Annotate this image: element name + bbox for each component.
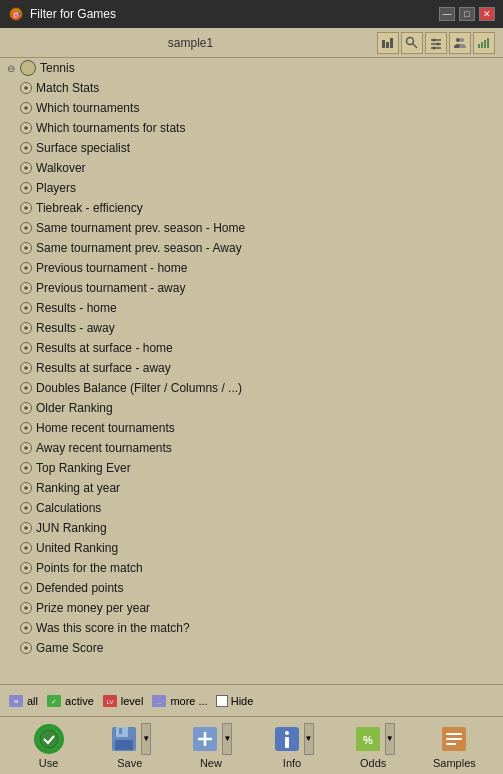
toolbar-title: sample1 — [8, 36, 373, 50]
root-item-tennis[interactable]: ⊖ Tennis — [0, 58, 503, 78]
list-item[interactable]: Points for the match — [0, 558, 503, 578]
list-item[interactable]: Match Stats — [0, 78, 503, 98]
list-item[interactable]: JUN Ranking — [0, 518, 503, 538]
svg-rect-89 — [115, 740, 133, 750]
item-expand-icon — [20, 122, 32, 134]
list-item-label: Which tournaments — [36, 101, 139, 115]
options-toolbar-icon[interactable] — [425, 32, 447, 54]
list-item[interactable]: Calculations — [0, 498, 503, 518]
item-expand-icon — [20, 222, 32, 234]
new-icon — [189, 723, 221, 755]
level-icon: LV — [102, 694, 118, 708]
list-item[interactable]: Ranking at year — [0, 478, 503, 498]
odds-button[interactable]: % ▼ Odds — [346, 723, 401, 769]
list-item-label: Calculations — [36, 501, 101, 515]
list-item-label: Players — [36, 181, 76, 195]
item-expand-icon — [20, 322, 32, 334]
odds-label: Odds — [360, 757, 386, 769]
list-item[interactable]: Doubles Balance (Filter / Columns / ...) — [0, 378, 503, 398]
list-item-label: Walkover — [36, 161, 86, 175]
use-button[interactable]: Use — [21, 723, 76, 769]
item-expand-icon — [20, 182, 32, 194]
list-item[interactable]: Results at surface - away — [0, 358, 503, 378]
item-expand-icon — [20, 542, 32, 554]
list-item[interactable]: Defended points — [0, 578, 503, 598]
list-item[interactable]: Same tournament prev. season - Home — [0, 218, 503, 238]
svg-text:%: % — [363, 734, 373, 746]
filter-hide[interactable]: Hide — [216, 695, 254, 707]
list-item[interactable]: Game Score — [0, 638, 503, 658]
list-item[interactable]: Same tournament prev. season - Away — [0, 238, 503, 258]
list-item[interactable]: Prize money per year — [0, 598, 503, 618]
list-item-label: Older Ranking — [36, 401, 113, 415]
list-item[interactable]: Results - away — [0, 318, 503, 338]
list-item[interactable]: Players — [0, 178, 503, 198]
close-button[interactable]: ✕ — [479, 7, 495, 21]
list-item[interactable]: Walkover — [0, 158, 503, 178]
list-item[interactable]: Results - home — [0, 298, 503, 318]
svg-point-5 — [407, 37, 414, 44]
filter-more[interactable]: ... more ... — [151, 694, 207, 708]
svg-rect-15 — [478, 44, 480, 48]
list-item[interactable]: Which tournaments — [0, 98, 503, 118]
filter-level[interactable]: LV level — [102, 694, 144, 708]
filter-all[interactable]: ≡ all — [8, 694, 38, 708]
minimize-button[interactable]: — — [439, 7, 455, 21]
list-item[interactable]: Was this score in the match? — [0, 618, 503, 638]
toolbar-icons — [377, 32, 495, 54]
info-dropdown-arrow[interactable]: ▼ — [304, 723, 314, 755]
maximize-button[interactable]: □ — [459, 7, 475, 21]
filter-active[interactable]: ✓ active — [46, 694, 94, 708]
list-item-label: Same tournament prev. season - Away — [36, 241, 242, 255]
save-dropdown-arrow[interactable]: ▼ — [141, 723, 151, 755]
list-item[interactable]: Top Ranking Ever — [0, 458, 503, 478]
root-item-label: Tennis — [40, 61, 75, 75]
list-item[interactable]: Which tournaments for stats — [0, 118, 503, 138]
list-item-label: Previous tournament - home — [36, 261, 187, 275]
item-expand-icon — [20, 582, 32, 594]
list-item[interactable]: Previous tournament - home — [0, 258, 503, 278]
info-label: Info — [283, 757, 301, 769]
list-item-label: Results at surface - home — [36, 341, 173, 355]
list-item-label: Doubles Balance (Filter / Columns / ...) — [36, 381, 242, 395]
item-expand-icon — [20, 402, 32, 414]
odds-dropdown-arrow[interactable]: ▼ — [385, 723, 395, 755]
filter-level-label: level — [121, 695, 144, 707]
list-item[interactable]: Results at surface - home — [0, 338, 503, 358]
list-item[interactable]: Home recent tournaments — [0, 418, 503, 438]
item-expand-icon — [20, 622, 32, 634]
info-button[interactable]: ▼ Info — [265, 723, 320, 769]
list-item[interactable]: Previous tournament - away — [0, 278, 503, 298]
signal-toolbar-icon[interactable] — [473, 32, 495, 54]
item-expand-icon — [20, 282, 32, 294]
new-button[interactable]: ▼ New — [183, 723, 238, 769]
item-expand-icon — [20, 162, 32, 174]
item-expand-icon — [20, 642, 32, 654]
item-expand-icon — [20, 142, 32, 154]
samples-label: Samples — [433, 757, 476, 769]
svg-point-8 — [433, 38, 436, 41]
search-toolbar-icon[interactable] — [401, 32, 423, 54]
use-icon — [33, 723, 65, 755]
item-expand-icon — [20, 382, 32, 394]
item-expand-icon — [20, 602, 32, 614]
save-button[interactable]: ▼ Save — [102, 723, 157, 769]
chart-toolbar-icon[interactable] — [377, 32, 399, 54]
svg-rect-95 — [285, 737, 289, 748]
list-item[interactable]: Away recent tournaments — [0, 438, 503, 458]
list-item[interactable]: Older Ranking — [0, 398, 503, 418]
root-circle — [20, 60, 36, 76]
list-item[interactable]: United Ranking — [0, 538, 503, 558]
hide-checkbox[interactable] — [216, 695, 228, 707]
item-expand-icon — [20, 422, 32, 434]
person-toolbar-icon[interactable] — [449, 32, 471, 54]
list-item[interactable]: Tiebreak - efficiency — [0, 198, 503, 218]
filter-list[interactable]: ⊖ Tennis Match StatsWhich tournamentsWhi… — [0, 58, 503, 684]
list-item-label: Which tournaments for stats — [36, 121, 185, 135]
samples-button[interactable]: Samples — [427, 723, 482, 769]
list-item-label: Was this score in the match? — [36, 621, 190, 635]
new-label: New — [200, 757, 222, 769]
new-dropdown-arrow[interactable]: ▼ — [222, 723, 232, 755]
list-item[interactable]: Surface specialist — [0, 138, 503, 158]
svg-rect-100 — [446, 738, 462, 740]
